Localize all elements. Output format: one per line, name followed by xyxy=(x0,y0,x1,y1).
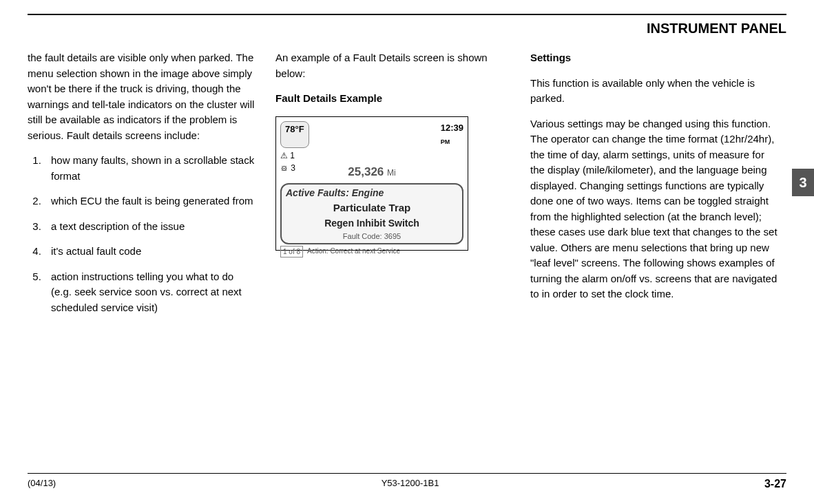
fault-bottom-row: 1 of 8 Action: Correct at next Service xyxy=(280,246,463,258)
time-ampm: PM xyxy=(441,138,450,145)
footer-page-number: 3-27 xyxy=(764,478,786,490)
list-item: which ECU the fault is being generated f… xyxy=(44,193,255,209)
settings-heading: Settings xyxy=(530,50,778,66)
footer-docid: Y53-1200-1B1 xyxy=(382,478,439,490)
fault-example-heading: Fault Details Example xyxy=(275,91,510,107)
fault-detail-box: Active Faults: Engine Particulate Trap R… xyxy=(280,183,463,244)
page-header-title: INSTRUMENT PANEL xyxy=(28,21,786,36)
odometer-readout: 25,326 Mi xyxy=(280,163,463,181)
col1-intro: the fault details are visible only when … xyxy=(28,50,255,143)
header-rule xyxy=(28,14,786,15)
warning-icon-count: ⚠ 1 xyxy=(280,149,463,162)
fault-box-code: Fault Code: 3695 xyxy=(286,231,458,242)
fault-details-screen-image: 78°F 12:39 PM ⚠ 1 ⦻ 3 25,326 Mi Active F… xyxy=(275,116,468,251)
fault-top-bar: 78°F 12:39 PM xyxy=(280,121,463,148)
col2-intro: An example of a Fault Details screen is … xyxy=(275,50,510,81)
column-2: An example of a Fault Details screen is … xyxy=(275,50,510,325)
settings-p2: Various settings may be changed using th… xyxy=(530,116,778,302)
side-chapter-tab: 3 xyxy=(792,169,814,196)
odometer-value: 25,326 xyxy=(348,165,384,178)
odometer-unit: Mi xyxy=(387,168,396,178)
list-item: it's actual fault code xyxy=(44,244,255,260)
fault-box-main: Particulate Trap xyxy=(286,200,458,216)
column-1: the fault details are visible only when … xyxy=(28,50,255,325)
time-value: 12:39 xyxy=(441,123,463,133)
page-footer: (04/13) Y53-1200-1B1 3-27 xyxy=(28,473,786,490)
settings-p1: This function is available only when the… xyxy=(530,76,778,107)
fault-action-text: Action: Correct at next Service xyxy=(307,246,400,258)
list-item: a text description of the issue xyxy=(44,219,255,235)
list-item: action instructions telling you what to … xyxy=(44,269,255,316)
fault-pager: 1 of 8 xyxy=(280,246,303,258)
fault-box-title: Active Faults: Engine xyxy=(286,186,458,200)
list-item: how many faults, shown in a scrollable s… xyxy=(44,153,255,184)
content-columns: the fault details are visible only when … xyxy=(28,50,786,325)
fault-box-sub: Regen Inhibit Switch xyxy=(286,216,458,231)
temp-readout: 78°F xyxy=(280,121,309,148)
column-3: Settings This function is available only… xyxy=(530,50,778,325)
footer-date: (04/13) xyxy=(28,478,56,490)
time-readout: 12:39 PM xyxy=(441,121,463,148)
fault-details-list: how many faults, shown in a scrollable s… xyxy=(28,153,255,315)
